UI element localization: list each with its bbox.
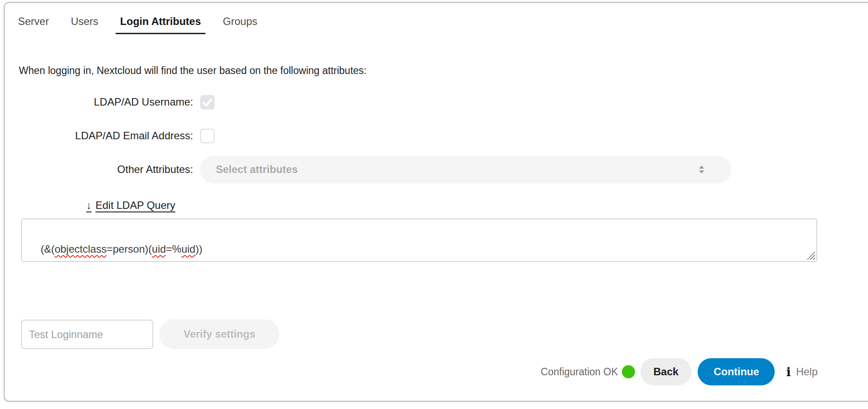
footer-bar: Configuration OK Back Continue i Help [541,358,818,386]
ldap-query-text: (&(objectclass=person)(uid=%uid)) [41,243,203,255]
edit-ldap-query-label: Edit LDAP Query [95,199,175,212]
configuration-status-text: Configuration OK [541,366,618,378]
help-link[interactable]: Help [796,366,818,378]
back-button[interactable]: Back [640,358,692,385]
tab-server[interactable]: Server [18,15,49,34]
username-checkbox [200,95,215,109]
other-attributes-select: Select attributes [200,156,731,183]
tab-login-attributes[interactable]: Login Attributes [116,15,205,34]
status-ok-indicator [622,365,635,378]
ldap-wizard-panel: Server Users Login Attributes Groups Whe… [4,2,868,402]
tab-groups[interactable]: Groups [223,15,258,34]
test-loginname-input[interactable] [21,320,153,349]
other-attributes-row: Other Attributes: Select attributes [19,155,731,183]
email-label: LDAP/AD Email Address: [19,130,193,142]
username-label: LDAP/AD Username: [19,96,193,108]
verify-settings-button: Verify settings [159,319,279,349]
intro-text: When logging in, Nextcloud will find the… [19,65,367,77]
other-attributes-label: Other Attributes: [19,163,193,176]
tab-users[interactable]: Users [71,15,99,34]
sort-icon [698,165,705,174]
tab-bar: Server Users Login Attributes Groups [18,15,257,34]
info-icon: i [786,365,790,379]
resize-handle-icon[interactable] [807,251,815,260]
email-checkbox[interactable] [200,129,215,143]
down-arrow-icon: ↓ [86,199,92,212]
continue-button[interactable]: Continue [698,358,775,385]
check-icon [202,97,213,108]
edit-ldap-query-link[interactable]: ↓ Edit LDAP Query [86,199,175,212]
select-placeholder: Select attributes [216,163,298,176]
username-attribute-row: LDAP/AD Username: [19,92,215,112]
ldap-query-textarea[interactable]: (&(objectclass=person)(uid=%uid)) [21,219,817,262]
email-attribute-row: LDAP/AD Email Address: [19,126,215,146]
